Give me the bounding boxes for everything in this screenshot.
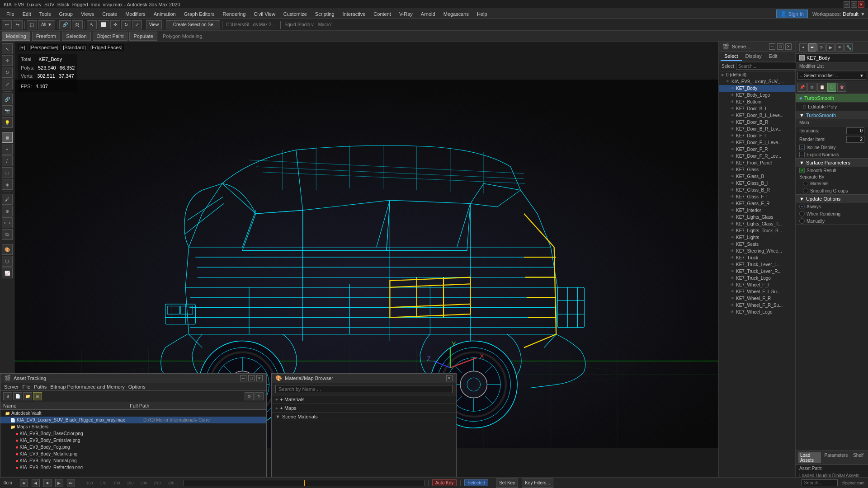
workspaces-value[interactable]: Default	[843, 11, 859, 17]
asset-item[interactable]: 📄KIA_EV9_Luxury_SUV_Black_Rigged_max_vra…	[0, 417, 266, 423]
asset-tool-3[interactable]: 📁	[23, 392, 32, 400]
menu-create[interactable]: Create	[99, 10, 121, 18]
when-rendering-radio[interactable]	[799, 211, 805, 216]
rp-load-assets-tab[interactable]: Load Assets	[798, 452, 821, 463]
scene-item[interactable]: 👁KE7_Door_F_l_Leve...	[719, 139, 795, 146]
select-filter-btn[interactable]: All ▼	[38, 20, 55, 29]
scene-item[interactable]: 👁KE7_Door_B_L_Leve...	[719, 112, 795, 119]
right-tab-modify[interactable]: ✒	[808, 43, 816, 52]
scene-item[interactable]: ▶0 (default)	[719, 71, 795, 78]
modifier-editablepoly-item[interactable]: ◻ Editable Poly	[796, 103, 868, 111]
scene-item[interactable]: 👁KE7_Interior	[719, 207, 795, 214]
scene-item[interactable]: 👁KE7_Seats	[719, 241, 795, 248]
asset-menu-bitmap[interactable]: Bitmap Performance and Memory	[50, 384, 124, 389]
right-tab-utilities[interactable]: 🔧	[844, 43, 853, 52]
menu-vray[interactable]: V-Ray	[396, 10, 416, 18]
set-key-button[interactable]: Set Key	[496, 479, 518, 488]
scene-item[interactable]: 👁KE7_Door_F_R	[719, 146, 795, 153]
subtool-populate-btn[interactable]: Populate	[129, 32, 157, 41]
undo-btn[interactable]: ↩	[2, 20, 12, 29]
asset-tool-settings[interactable]: ⚙	[245, 392, 254, 400]
left-tool-align[interactable]: ⧉	[2, 229, 13, 240]
right-tab-hierarchy[interactable]: ⟳	[817, 43, 826, 52]
asset-restore-btn[interactable]: □	[248, 375, 255, 381]
scene-item[interactable]: 👁KE7_Glass_B_R	[719, 187, 795, 193]
scene-tab-edit[interactable]: Edit	[765, 52, 781, 61]
left-tool-material[interactable]: 🎨	[2, 244, 13, 255]
asset-item[interactable]: ■KIA_EV9_Body_Metallic.png	[0, 450, 266, 457]
asset-tool-refresh[interactable]: ↻	[255, 392, 264, 400]
menu-civil-view[interactable]: Civil View	[250, 10, 278, 18]
material-close-btn[interactable]: ✕	[446, 375, 453, 381]
sign-in-btn[interactable]: 👤 Sign In	[776, 9, 808, 18]
smooth-result-checkbox[interactable]: ✓	[799, 168, 805, 173]
asset-menu-file[interactable]: File	[22, 384, 30, 389]
scene-item[interactable]: 👁KE7_Steering_Whee...	[719, 248, 795, 254]
right-tab-display[interactable]: 👁	[835, 43, 844, 52]
stop-btn[interactable]: ■	[43, 479, 52, 487]
status-search-input[interactable]	[802, 479, 838, 486]
left-tool-move[interactable]: ✛	[2, 55, 13, 66]
asset-item[interactable]: ■KIA_EV9_Body_Refraction.png	[0, 464, 266, 469]
view-btn[interactable]: View	[146, 20, 162, 29]
unlink-btn[interactable]: ⛓	[72, 20, 83, 29]
menu-rendering[interactable]: Rendering	[219, 10, 250, 18]
asset-menu-paths[interactable]: Paths	[34, 384, 47, 389]
menu-animation[interactable]: Animation	[150, 10, 179, 18]
scene-item[interactable]: 👁KE7_Truck_Lever_L...	[719, 261, 795, 268]
smoothing-groups-radio[interactable]	[803, 188, 808, 193]
right-tab-motion[interactable]: ▶	[826, 43, 835, 52]
asset-item[interactable]: ■KIA_EV9_Body_Emissive.png	[0, 437, 266, 444]
scene-item[interactable]: 👁KE7_Lights_Glass_T...	[719, 221, 795, 227]
left-tool-render[interactable]: ⬡	[2, 256, 13, 267]
subtool-modeling-btn[interactable]: Modeling	[2, 32, 30, 41]
scene-item[interactable]: 👁KE7_Wheel_F_R_Su...	[719, 302, 795, 309]
move-btn[interactable]: ✛	[110, 20, 120, 29]
left-tool-select[interactable]: ↖	[2, 43, 13, 54]
asset-minimize-btn[interactable]: ─	[240, 375, 246, 381]
scene-search-input[interactable]	[736, 63, 798, 70]
scene-item[interactable]: 👁KE7_Glass	[719, 166, 795, 173]
explicit-normals-checkbox[interactable]: □	[799, 152, 805, 157]
redo-btn[interactable]: ↪	[13, 20, 23, 29]
scene-item[interactable]: 👁KE7_Glass_F_R	[719, 200, 795, 207]
scene-item[interactable]: 👁KE7_Door_B_R_Lev...	[719, 126, 795, 132]
surface-params-header[interactable]: ▼ Surface Parameters	[796, 159, 868, 167]
scene-item[interactable]: 👁KE7_Front_Panel	[719, 160, 795, 166]
render-iters-input[interactable]	[846, 136, 864, 143]
scene-minimize-btn[interactable]: ─	[769, 43, 775, 50]
autokey-button[interactable]: Auto Key	[432, 479, 457, 486]
menu-help[interactable]: Help	[473, 10, 491, 18]
left-tool-paint[interactable]: 🖌	[2, 194, 13, 205]
mat-section-materials[interactable]: + + Materials	[272, 395, 456, 404]
scene-item[interactable]: 👁KE7_Wheel_F_l_Su...	[719, 288, 795, 295]
mod-tool-paste[interactable]: 📋	[817, 83, 826, 92]
asset-item[interactable]: ■KIA_EV9_Body_BaseColor.png	[0, 430, 266, 437]
left-tool-border[interactable]: □	[2, 167, 13, 178]
left-tool-camera[interactable]: 📷	[2, 105, 13, 116]
scene-item[interactable]: 👁KE7_Truck	[719, 254, 795, 261]
rp-parameters-tab[interactable]: Parameters	[823, 452, 850, 463]
menu-tools[interactable]: Tools	[36, 10, 55, 18]
workspace-dropdown-icon[interactable]: ▼	[860, 11, 865, 17]
asset-item[interactable]: 📁Autodesk Vault	[0, 410, 266, 417]
menu-edit[interactable]: Edit	[19, 10, 35, 18]
scene-item[interactable]: 👁KE7_Glass_B	[719, 173, 795, 180]
left-tool-link[interactable]: 🔗	[2, 94, 13, 104]
select-obj-btn[interactable]: ⬚	[27, 20, 37, 29]
left-tool-light[interactable]: 💡	[2, 117, 13, 128]
manually-radio[interactable]	[799, 218, 805, 224]
mod-tool-make-unique[interactable]: ⬡	[827, 83, 836, 92]
asset-menu-server[interactable]: Server	[4, 384, 19, 389]
menu-customize[interactable]: Customize	[280, 10, 311, 18]
isoline-checkbox[interactable]: □	[799, 145, 805, 150]
menu-content[interactable]: Content	[370, 10, 395, 18]
menu-modifiers[interactable]: Modifiers	[122, 10, 149, 18]
subtool-objectpaint-btn[interactable]: Object Paint	[93, 32, 128, 41]
left-tool-snap[interactable]: ⊕	[2, 206, 13, 216]
menu-group[interactable]: Group	[55, 10, 76, 18]
scene-item[interactable]: 👁KE7_Bottom	[719, 99, 795, 105]
scene-tab-select[interactable]: Select	[721, 52, 742, 61]
asset-tool-1[interactable]: 🖥	[3, 392, 12, 400]
asset-item[interactable]: 📁Maps / Shaders	[0, 423, 266, 430]
